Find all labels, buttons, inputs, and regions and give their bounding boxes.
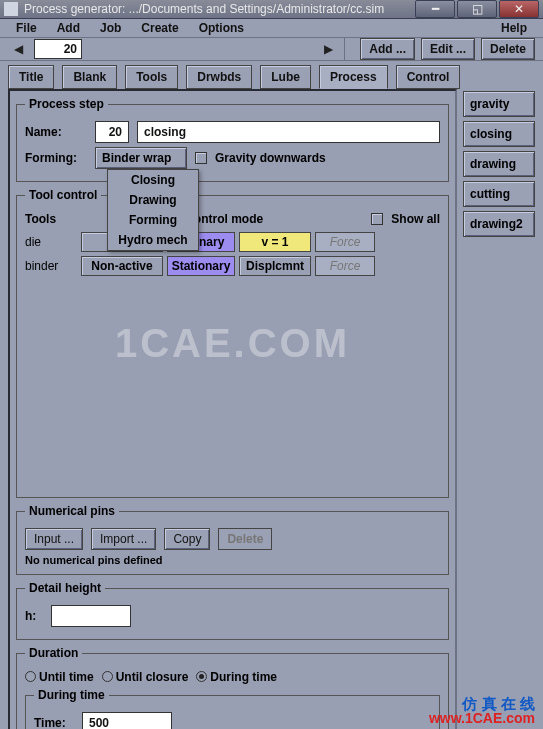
- brand-overlay: 仿 真 在 线 www.1CAE.com: [429, 697, 535, 725]
- process-step-group: Process step Name: 20 closing Forming: B…: [16, 97, 449, 182]
- pins-status: No numerical pins defined: [25, 554, 440, 566]
- tab-control[interactable]: Control: [396, 65, 461, 89]
- step-list: gravity closing drawing cutting drawing2: [463, 89, 535, 729]
- menu-add[interactable]: Add: [47, 19, 90, 37]
- forming-combo[interactable]: Binder wrap: [95, 147, 187, 169]
- tool-row-die-label: die: [25, 235, 77, 249]
- binder-col2[interactable]: Stationary: [167, 256, 235, 276]
- forming-option-forming[interactable]: Forming: [108, 210, 198, 230]
- next-step-button[interactable]: ▶: [318, 39, 338, 59]
- h-label: h:: [25, 609, 43, 623]
- menu-file[interactable]: File: [6, 19, 47, 37]
- tool-control-group: Tool control Tools Control mode Show all…: [16, 188, 449, 498]
- tab-process[interactable]: Process: [319, 65, 388, 89]
- app-icon: [4, 2, 18, 16]
- detail-height-legend: Detail height: [25, 581, 105, 595]
- edit-step-button[interactable]: Edit ...: [421, 38, 475, 60]
- maximize-button[interactable]: ◱: [457, 0, 497, 18]
- tab-lube[interactable]: Lube: [260, 65, 311, 89]
- tab-bar: Title Blank Tools Drwbds Lube Process Co…: [0, 61, 543, 89]
- pins-import-button[interactable]: Import ...: [91, 528, 156, 550]
- window: Process generator: .../Documents and Set…: [0, 0, 543, 729]
- forming-option-hydromech[interactable]: Hydro mech: [108, 230, 198, 250]
- name-label: Name:: [25, 125, 87, 139]
- prev-step-button[interactable]: ◀: [8, 39, 28, 59]
- titlebar: Process generator: .../Documents and Set…: [0, 0, 543, 19]
- close-button[interactable]: ✕: [499, 0, 539, 18]
- brand-url: www.1CAE.com: [429, 711, 535, 725]
- menu-job[interactable]: Job: [90, 19, 131, 37]
- tool-grid: die No ationary v = 1 Force binder Non-a…: [25, 232, 440, 276]
- forming-dropdown: Closing Drawing Forming Hydro mech: [107, 169, 199, 251]
- gravity-checkbox[interactable]: [195, 152, 207, 164]
- pins-delete-button[interactable]: Delete: [218, 528, 272, 550]
- window-buttons: ━ ◱ ✕: [415, 0, 539, 18]
- time-label: Time:: [34, 716, 74, 729]
- process-panel: Process step Name: 20 closing Forming: B…: [8, 89, 457, 729]
- step-toolbar: ◀ 20 ▶ Add ... Edit ... Delete: [0, 38, 543, 61]
- step-number-field[interactable]: 20: [34, 39, 82, 59]
- body: Process step Name: 20 closing Forming: B…: [0, 89, 543, 729]
- die-col3[interactable]: v = 1: [239, 232, 311, 252]
- menu-help[interactable]: Help: [491, 19, 537, 37]
- step-gravity[interactable]: gravity: [463, 91, 535, 117]
- tab-blank[interactable]: Blank: [62, 65, 117, 89]
- duration-group: Duration Until time Until closure During…: [16, 646, 449, 729]
- duration-legend: Duration: [25, 646, 82, 660]
- delete-step-button[interactable]: Delete: [481, 38, 535, 60]
- h-input[interactable]: [51, 605, 131, 627]
- during-time-legend: During time: [34, 688, 109, 702]
- tool-control-legend: Tool control: [25, 188, 101, 202]
- radio-until-time[interactable]: Until time: [25, 670, 94, 684]
- binder-col1[interactable]: Non-active: [81, 256, 163, 276]
- forming-label: Forming:: [25, 151, 87, 165]
- step-cutting[interactable]: cutting: [463, 181, 535, 207]
- show-all-label: Show all: [391, 212, 440, 226]
- radio-during-time[interactable]: During time: [196, 670, 277, 684]
- step-drawing[interactable]: drawing: [463, 151, 535, 177]
- pins-input-button[interactable]: Input ...: [25, 528, 83, 550]
- numerical-pins-group: Numerical pins Input ... Import ... Copy…: [16, 504, 449, 575]
- gravity-label: Gravity downwards: [215, 151, 326, 165]
- during-time-subgroup: During time Time: 500: [25, 688, 440, 729]
- binder-col4[interactable]: Force: [315, 256, 375, 276]
- pins-copy-button[interactable]: Copy: [164, 528, 210, 550]
- time-input[interactable]: 500: [82, 712, 172, 729]
- add-step-button[interactable]: Add ...: [360, 38, 415, 60]
- brand-cn: 仿 真 在 线: [429, 697, 535, 711]
- show-all-checkbox[interactable]: [371, 213, 383, 225]
- menu-options[interactable]: Options: [189, 19, 254, 37]
- step-closing[interactable]: closing: [463, 121, 535, 147]
- tools-header: Tools: [25, 212, 77, 226]
- radio-until-closure[interactable]: Until closure: [102, 670, 189, 684]
- tab-tools[interactable]: Tools: [125, 65, 178, 89]
- process-step-legend: Process step: [25, 97, 108, 111]
- window-title: Process generator: .../Documents and Set…: [24, 2, 415, 16]
- step-number-input[interactable]: 20: [95, 121, 129, 143]
- minimize-button[interactable]: ━: [415, 0, 455, 18]
- forming-option-drawing[interactable]: Drawing: [108, 190, 198, 210]
- die-col4[interactable]: Force: [315, 232, 375, 252]
- detail-height-group: Detail height h:: [16, 581, 449, 640]
- tab-title[interactable]: Title: [8, 65, 54, 89]
- tool-row-binder-label: binder: [25, 259, 77, 273]
- binder-col3[interactable]: Displcmnt: [239, 256, 311, 276]
- menubar: File Add Job Create Options Help: [0, 19, 543, 38]
- step-drawing2[interactable]: drawing2: [463, 211, 535, 237]
- numerical-pins-legend: Numerical pins: [25, 504, 119, 518]
- step-name-input[interactable]: closing: [137, 121, 440, 143]
- tab-drwbds[interactable]: Drwbds: [186, 65, 252, 89]
- menu-create[interactable]: Create: [131, 19, 188, 37]
- forming-option-closing[interactable]: Closing: [108, 170, 198, 190]
